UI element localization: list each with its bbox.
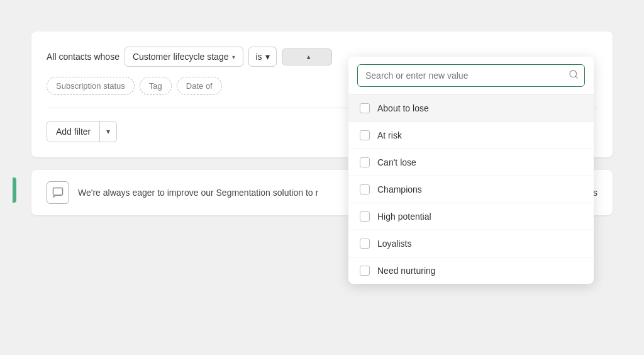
dropdown-search-container xyxy=(348,57,594,95)
left-edge-indicator xyxy=(13,178,16,203)
search-field-wrapper xyxy=(357,64,585,87)
field-selector-label: Customer lifecycle stage xyxy=(133,52,229,62)
filter-card: All contacts whose Customer lifecycle st… xyxy=(31,31,613,157)
dropdown-item-about-to-lose[interactable]: About to lose xyxy=(348,95,594,122)
suggestion-tag[interactable]: Tag xyxy=(140,77,172,95)
item-label-at-risk: At risk xyxy=(377,130,402,140)
value-dropdown: About to lose At risk Can't lose Champio… xyxy=(348,57,594,284)
item-label-need-nurturing: Need nurturing xyxy=(377,266,436,276)
field-selector[interactable]: Customer lifecycle stage ▾ xyxy=(125,47,244,67)
filter-prefix-label: All contacts whose xyxy=(47,52,119,62)
dropdown-item-need-nurturing[interactable]: Need nurturing xyxy=(348,257,594,284)
item-label-champions: Champions xyxy=(377,184,422,194)
operator-label: is xyxy=(255,52,262,62)
item-label-cant-lose: Can't lose xyxy=(377,157,416,167)
search-icon xyxy=(569,69,579,82)
dropdown-item-at-risk[interactable]: At risk xyxy=(348,122,594,149)
dropdown-item-champions[interactable]: Champions xyxy=(348,176,594,203)
add-filter-button[interactable]: Add filter ▾ xyxy=(47,121,117,142)
value-selector[interactable]: ▲ xyxy=(282,48,332,65)
item-label-about-to-lose: About to lose xyxy=(377,103,429,113)
add-filter-chevron-icon: ▾ xyxy=(100,122,116,141)
svg-line-1 xyxy=(575,76,577,78)
suggestion-subscription-status[interactable]: Subscription status xyxy=(47,77,135,95)
checkbox-cant-lose[interactable] xyxy=(360,157,370,167)
item-label-loyalists: Loyalists xyxy=(377,239,411,249)
dropdown-item-cant-lose[interactable]: Can't lose xyxy=(348,149,594,176)
operator-chevron-icon: ▾ xyxy=(265,52,270,62)
dropdown-item-high-potential[interactable]: High potential xyxy=(348,203,594,230)
checkbox-at-risk[interactable] xyxy=(360,130,370,140)
add-filter-label: Add filter xyxy=(47,121,100,142)
checkbox-need-nurturing[interactable] xyxy=(360,266,370,276)
checkbox-champions[interactable] xyxy=(360,184,370,194)
search-input[interactable] xyxy=(357,64,585,87)
dropdown-list: About to lose At risk Can't lose Champio… xyxy=(348,95,594,284)
feedback-icon xyxy=(47,181,69,204)
field-chevron-icon: ▾ xyxy=(232,54,235,60)
checkbox-about-to-lose[interactable] xyxy=(360,103,370,113)
operator-selector[interactable]: is ▾ xyxy=(248,47,276,67)
svg-rect-2 xyxy=(53,188,63,196)
suggestion-date-of[interactable]: Date of xyxy=(177,77,222,95)
checkbox-loyalists[interactable] xyxy=(360,239,370,249)
checkbox-high-potential[interactable] xyxy=(360,211,370,222)
dropdown-item-loyalists[interactable]: Loyalists xyxy=(348,230,594,257)
item-label-high-potential: High potential xyxy=(377,211,431,222)
value-chevron-icon: ▲ xyxy=(306,54,312,60)
